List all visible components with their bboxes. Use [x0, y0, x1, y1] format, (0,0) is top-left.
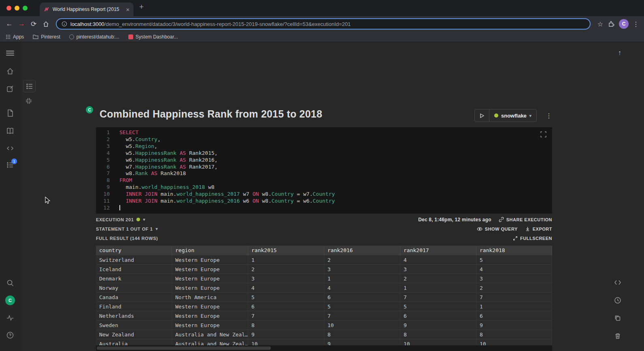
- table-row[interactable]: FinlandWestern Europe6551: [96, 302, 552, 311]
- statement-picker[interactable]: STATEMENT 1 OUT OF 1 ▾: [96, 227, 158, 231]
- table-row[interactable]: DenmarkWestern Europe3123: [96, 274, 552, 283]
- code-line[interactable]: 11 INNER JOIN main.world_happiness_2016 …: [96, 198, 552, 205]
- code-line[interactable]: 4 w5.HappinessRank AS Rank2015,: [96, 150, 552, 157]
- expand-editor-icon[interactable]: [540, 131, 546, 137]
- close-window-button[interactable]: [6, 6, 11, 11]
- url-text: localhost:3000/demo_environment/datadoc/…: [70, 21, 351, 27]
- table-cell: 3: [248, 274, 324, 283]
- search-icon[interactable]: [6, 279, 14, 287]
- lists-nav-icon[interactable]: 1: [6, 161, 14, 169]
- back-button[interactable]: ←: [3, 18, 15, 30]
- new-tab-button[interactable]: +: [139, 2, 144, 11]
- table-cell: 1: [400, 283, 476, 292]
- help-icon[interactable]: [6, 331, 14, 339]
- browser-menu-icon[interactable]: ⋮: [631, 20, 641, 28]
- scrollbar-thumb[interactable]: [97, 347, 271, 350]
- cell-title[interactable]: Combined Happiness Rank from 2015 to 201…: [100, 108, 322, 120]
- scroll-to-top-button[interactable]: ↑: [614, 47, 625, 58]
- table-row[interactable]: IcelandWestern Europe2334: [96, 265, 552, 274]
- table-row[interactable]: NorwayWestern Europe4412: [96, 283, 552, 293]
- table-cell: 2: [476, 283, 552, 292]
- code-line[interactable]: 10 INNER JOIN main.world_happiness_2017 …: [96, 191, 552, 198]
- full-result-row: FULL RESULT (144 ROWS) FULLSCREEN: [96, 233, 552, 243]
- bookmark-datahub[interactable]: pinterest/datahub:...: [69, 34, 119, 40]
- delete-icon[interactable]: [612, 330, 623, 342]
- fullscreen-label: FULLSCREEN: [520, 236, 552, 241]
- activity-icon[interactable]: [6, 314, 14, 322]
- table-row[interactable]: CanadaNorth America5677: [96, 293, 552, 302]
- code-line[interactable]: 8FROM: [96, 177, 552, 184]
- fullscreen-button[interactable]: FULLSCREEN: [513, 236, 552, 241]
- menu-icon[interactable]: [6, 49, 14, 58]
- bookmark-system-dashboard[interactable]: System Dashboar...: [128, 34, 178, 40]
- compose-doc-icon[interactable]: [6, 85, 14, 93]
- history-icon[interactable]: [612, 295, 623, 306]
- forward-button[interactable]: →: [15, 18, 28, 30]
- browser-tab[interactable]: World Happiness Report (2015 ×: [40, 2, 134, 16]
- column-header[interactable]: region: [172, 246, 248, 255]
- table-row[interactable]: AustraliaAustralia and New Zeal…1091010: [96, 339, 552, 345]
- extensions-icon[interactable]: [606, 21, 616, 27]
- horizontal-scrollbar[interactable]: [96, 345, 552, 351]
- code-line[interactable]: 5 w6.HappinessRank AS Rank2016,: [96, 157, 552, 164]
- table-cell: Canada: [96, 293, 172, 302]
- result-table[interactable]: countryregionrank2015rank2016rank2017ran…: [96, 246, 552, 345]
- copy-icon[interactable]: [612, 312, 623, 324]
- column-header[interactable]: rank2017: [400, 246, 476, 255]
- code-line[interactable]: 3 w5.Region,: [96, 143, 552, 150]
- doc-tools: [23, 80, 36, 106]
- line-number: 1: [96, 129, 115, 136]
- bookmark-label: System Dashboar...: [136, 34, 178, 40]
- column-header[interactable]: country: [96, 246, 172, 255]
- site-info-icon[interactable]: [62, 21, 67, 27]
- code-line[interactable]: 7 w8.Rank AS Rank2018: [96, 170, 552, 177]
- browser-profile-avatar[interactable]: C: [619, 19, 629, 29]
- table-of-contents-button[interactable]: [23, 80, 36, 92]
- table-cell: Australia: [96, 339, 172, 345]
- zoom-window-button[interactable]: [23, 6, 28, 11]
- reload-button[interactable]: ⟳: [28, 18, 40, 30]
- left-sidebar: 1 C: [0, 43, 20, 351]
- execution-picker[interactable]: EXECUTION 201 ▾: [96, 217, 145, 222]
- table-row[interactable]: SwitzerlandWestern Europe1245: [96, 255, 552, 265]
- dashboard-favicon-icon: [128, 34, 133, 39]
- column-header[interactable]: rank2018: [476, 246, 552, 255]
- table-cell: 9: [476, 321, 552, 330]
- table-row[interactable]: New ZealandAustralia and New Zeal…9888: [96, 330, 552, 339]
- code-line[interactable]: 6 w7.HappinessRank AS Rank2017,: [96, 164, 552, 171]
- code-line[interactable]: 2 w5.Country,: [96, 136, 552, 143]
- show-query-button[interactable]: SHOW QUERY: [477, 227, 518, 231]
- full-result-label: FULL RESULT (144 ROWS): [96, 236, 158, 241]
- column-header[interactable]: rank2016: [324, 246, 400, 255]
- code-snippets-icon[interactable]: [6, 144, 14, 152]
- code-line[interactable]: 1SELECT: [96, 129, 552, 136]
- toggle-code-panel-icon[interactable]: [612, 277, 623, 288]
- home-nav-icon[interactable]: [6, 67, 14, 75]
- cell-menu-icon[interactable]: ⋮: [545, 110, 553, 121]
- table-cell: Western Europe: [172, 311, 248, 320]
- column-header[interactable]: rank2015: [248, 246, 324, 255]
- user-avatar[interactable]: C: [5, 295, 15, 305]
- bookmark-apps[interactable]: Apps: [6, 34, 24, 40]
- code-line[interactable]: 9 main.world_happiness_2018 w8: [96, 184, 552, 191]
- table-row[interactable]: SwedenWestern Europe81099: [96, 321, 552, 330]
- right-tool-stack: [612, 277, 623, 342]
- bookmark-pinterest-folder[interactable]: Pinterest: [33, 34, 60, 40]
- table-row[interactable]: NetherlandsWestern Europe7766: [96, 311, 552, 321]
- code-line[interactable]: 12: [96, 205, 552, 212]
- table-cell: 4: [324, 283, 400, 292]
- export-button[interactable]: EXPORT: [525, 226, 552, 231]
- address-bar[interactable]: localhost:3000/demo_environment/datadoc/…: [56, 18, 591, 30]
- home-button[interactable]: [40, 18, 52, 30]
- tab-close-icon[interactable]: ×: [126, 6, 130, 13]
- docs-nav-icon[interactable]: [6, 109, 14, 117]
- tab-strip: World Happiness Report (2015 × +: [0, 0, 644, 16]
- run-query-button[interactable]: [475, 109, 489, 122]
- minimize-window-button[interactable]: [15, 6, 19, 11]
- share-execution-button[interactable]: SHARE EXECUTION: [499, 217, 552, 222]
- engine-picker[interactable]: snowflake ▾: [489, 109, 536, 122]
- collapse-cells-icon[interactable]: [26, 97, 33, 105]
- bookmark-star-icon[interactable]: ☆: [595, 20, 606, 28]
- sql-editor[interactable]: 1SELECT2 w5.Country,3 w5.Region,4 w5.Hap…: [96, 127, 552, 214]
- tables-book-icon[interactable]: [6, 127, 14, 135]
